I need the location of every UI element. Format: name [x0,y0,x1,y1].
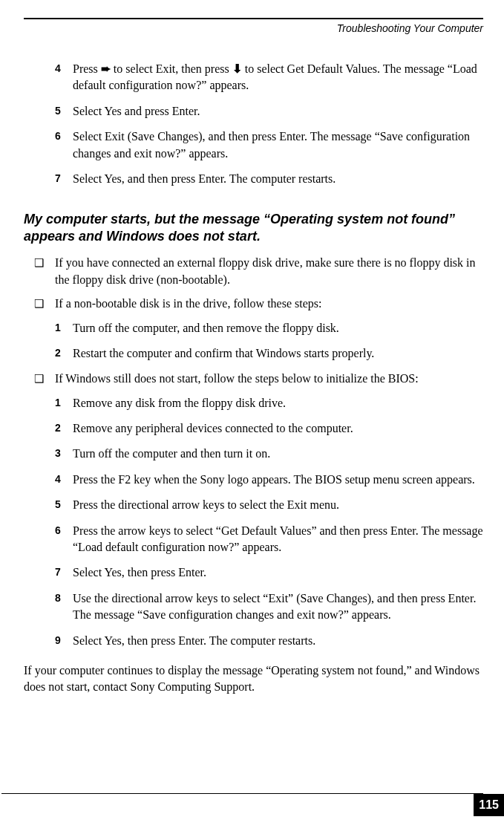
step-body: Remove any peripheral devices connected … [73,420,483,437]
page-number: 115 [474,794,504,816]
substep: 1 Turn off the computer, and then remove… [24,320,483,336]
arrow-right-icon: ➨ [101,62,111,75]
step-4: 4 Press ➨ to select Exit, then press ⬇ t… [24,61,483,94]
bullet-text: If Windows still does not start, follow … [55,371,483,387]
step-body: Select Yes, and then press Enter. The co… [73,171,483,187]
step-body: Select Yes, then press Enter. [73,564,483,581]
step-body: Press the directional arrow keys to sele… [73,497,483,513]
substep: 8Use the directional arrow keys to selec… [24,590,483,624]
step-body: Remove any disk from the floppy disk dri… [73,395,483,411]
bullet-icon: ❑ [34,255,55,288]
text: to select Exit, then press [111,62,232,75]
header-rule [24,18,483,19]
step-body: Press ➨ to select Exit, then press ⬇ to … [73,61,483,94]
step-5: 5 Select Yes and press Enter. [24,103,483,120]
step-number: 5 [55,103,73,120]
bullet-text: If you have connected an external floppy… [55,255,483,288]
step-body: Press the arrow keys to select “Get Defa… [73,523,483,556]
bullet-item: ❑ If a non-bootable disk is in the drive… [24,296,483,312]
step-number: 3 [55,446,73,462]
step-body: Press the F2 key when the Sony logo appe… [73,472,483,488]
substep: 2 Restart the computer and confirm that … [24,345,483,362]
page-footer: 115 [1,793,504,816]
bullet-icon: ❑ [34,296,55,312]
substep: 9Select Yes, then press Enter. The compu… [24,633,483,649]
substep: 7Select Yes, then press Enter. [24,564,483,581]
text: Press [73,62,101,75]
step-number: 4 [55,472,73,488]
substep: 1Remove any disk from the floppy disk dr… [24,395,483,411]
step-number: 1 [55,395,73,411]
step-number: 9 [55,633,73,649]
step-number: 6 [55,523,73,556]
step-number: 2 [55,345,73,362]
step-body: Turn off the computer and then turn it o… [73,446,483,462]
step-body: Turn off the computer, and then remove t… [73,320,483,336]
substep: 6Press the arrow keys to select “Get Def… [24,523,483,556]
step-number: 6 [55,128,73,162]
bullet-item: ❑ If Windows still does not start, follo… [24,371,483,387]
step-number: 4 [55,61,73,94]
step-body: Select Yes, then press Enter. The comput… [73,633,483,649]
step-body: Use the directional arrow keys to select… [73,590,483,624]
substep: 5Press the directional arrow keys to sel… [24,497,483,513]
section-heading: My computer starts, but the message “Ope… [24,211,483,244]
step-body: Restart the computer and confirm that Wi… [73,345,483,362]
step-number: 8 [55,590,73,624]
substep: 4Press the F2 key when the Sony logo app… [24,472,483,488]
step-7: 7 Select Yes, and then press Enter. The … [24,171,483,187]
step-6: 6 Select Exit (Save Changes), and then p… [24,128,483,162]
step-body: Select Exit (Save Changes), and then pre… [73,128,483,162]
bullet-text: If a non-bootable disk is in the drive, … [55,296,483,312]
step-number: 5 [55,497,73,513]
step-body: Select Yes and press Enter. [73,103,483,120]
step-number: 1 [55,320,73,336]
step-number: 7 [55,171,73,187]
arrow-down-icon: ⬇ [232,62,242,75]
closing-paragraph: If your computer continues to display th… [24,662,483,696]
footer-rule [1,793,483,794]
bullet-item: ❑ If you have connected an external flop… [24,255,483,288]
step-number: 7 [55,564,73,581]
step-number: 2 [55,420,73,437]
bullet-icon: ❑ [34,371,55,387]
substep: 3Turn off the computer and then turn it … [24,446,483,462]
substep: 2Remove any peripheral devices connected… [24,420,483,437]
header-title: Troubleshooting Your Computer [24,22,483,34]
